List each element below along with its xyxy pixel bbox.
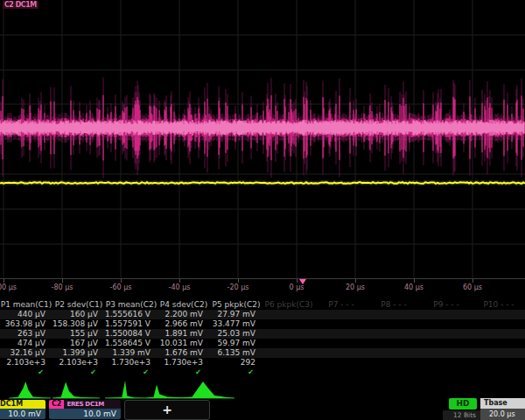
stat-cell-p10: [472, 319, 525, 329]
stat-cell-p9: [420, 339, 472, 348]
stat-cell-p7: [315, 339, 368, 348]
stat-cell-p4: 1.730e+3: [158, 358, 210, 368]
status-empty: [262, 368, 315, 377]
measurement-histicons: [0, 377, 525, 401]
table-row: 474 µV167 µV1.558645 V10.031 mV59.97 mV: [0, 339, 525, 348]
timebase-axis: -100 µs-80 µs-60 µs-40 µs-20 µs0 µs20 µs…: [0, 278, 525, 300]
c1-vdiv-value: 10.0 mV: [0, 409, 46, 419]
stat-cell-p3: 1.730e+3: [105, 358, 158, 368]
stat-cell-p4: 10.031 mV: [158, 339, 210, 348]
status-empty: [368, 368, 420, 377]
stat-cell-p7: [315, 319, 368, 329]
stat-cell-p6: [262, 319, 315, 329]
stat-cell-p9: [420, 358, 472, 368]
stat-cell-p10: [472, 339, 525, 348]
channel-descriptor-c1[interactable]: C1 DC1M 10.0 mV: [0, 400, 46, 419]
timebase-descriptor[interactable]: Tbase 20.0 µs: [480, 398, 525, 420]
param-header-p10[interactable]: P10 - - -: [472, 300, 525, 310]
axis-tick: [414, 279, 415, 283]
status-check-icon: ✔: [105, 368, 158, 377]
stat-cell-p2: 1.399 µV: [52, 348, 105, 358]
status-check-icon: ✔: [52, 368, 105, 377]
stat-cell-p2: 2.103e+3: [52, 358, 105, 368]
stat-cell-p7: [315, 358, 368, 368]
hd-mode-badge[interactable]: HD: [449, 398, 477, 410]
stat-cell-p9: [420, 319, 472, 329]
stat-cell-p4: 1.676 mV: [158, 348, 210, 358]
stat-cell-p7: [315, 329, 368, 339]
stat-cell-p8: [368, 310, 420, 319]
stat-cell-p2: 155 µV: [52, 329, 105, 339]
param-header-p9[interactable]: P9 - - -: [420, 300, 472, 310]
stat-cell-p2: 167 µV: [52, 339, 105, 348]
stat-cell-p9: [420, 329, 472, 339]
stat-cell-p7: [315, 310, 368, 319]
axis-tick-label: 40 µs: [391, 284, 437, 291]
c2-coupling-label: ERES DC1M: [64, 400, 104, 409]
stat-cell-p1: 263 µV: [0, 329, 52, 339]
axis-tick: [62, 279, 63, 283]
stat-cell-p10: [472, 348, 525, 358]
stat-cell-p4: 2.200 mV: [158, 310, 210, 319]
stat-cell-p9: [420, 348, 472, 358]
c2-vdiv-value: 10.0 mV: [49, 409, 121, 419]
param-header-p2[interactable]: P2 sdev(C1): [52, 300, 105, 310]
add-trace-button[interactable]: +: [124, 400, 210, 420]
stat-cell-p10: [472, 329, 525, 339]
status-empty: [472, 368, 525, 377]
stat-cell-p5: 292: [210, 358, 262, 368]
param-header-p5[interactable]: P5 pkpk(C2): [210, 300, 262, 310]
c1-coupling-label: C1 DC1M: [0, 400, 46, 409]
table-row: 2.103e+32.103e+31.730e+31.730e+3292: [0, 358, 525, 368]
param-header-p6[interactable]: P6 pkpk(C3): [262, 300, 315, 310]
stat-cell-p3: 1.339 mV: [105, 348, 158, 358]
stat-cell-p4: 2.966 mV: [158, 319, 210, 329]
waveform-grid: [0, 0, 525, 278]
measurement-table: P1 mean(C1)P2 sdev(C1)P3 mean(C2)P4 sdev…: [0, 300, 525, 377]
axis-tick-label: 0 µs: [274, 284, 319, 291]
axis-tick-label: 60 µs: [450, 284, 495, 291]
axis-tick: [472, 279, 473, 283]
stat-cell-p1: 440 µV: [0, 310, 52, 319]
axis-tick: [238, 279, 239, 283]
stat-cell-p8: [368, 348, 420, 358]
param-header-p7[interactable]: P7 - - -: [315, 300, 368, 310]
stat-cell-p4: 1.891 mV: [158, 329, 210, 339]
stat-cell-p6: [262, 339, 315, 348]
stat-cell-p6: [262, 310, 315, 319]
param-header-p4[interactable]: P4 sdev(C2): [158, 300, 210, 310]
stat-cell-p8: [368, 319, 420, 329]
channel-descriptor-c2[interactable]: C2 ERES DC1M 10.0 mV: [49, 400, 121, 419]
status-check-icon: ✔: [210, 368, 262, 377]
tbase-title: Tbase: [480, 398, 525, 409]
axis-tick: [355, 279, 356, 283]
stat-cell-p1: 32.16 µV: [0, 348, 52, 358]
param-header-p8[interactable]: P8 - - -: [368, 300, 420, 310]
stat-cell-p10: [472, 310, 525, 319]
table-row: 363.98 µV158.308 µV1.557591 V2.966 mV33.…: [0, 319, 525, 329]
stat-cell-p1: 363.98 µV: [0, 319, 52, 329]
stat-cell-p8: [368, 329, 420, 339]
stat-cell-p8: [368, 358, 420, 368]
param-header-p1[interactable]: P1 mean(C1): [0, 300, 52, 310]
histicon-p1: [9, 377, 51, 401]
oscilloscope-screen: C2 DC1M -100 µs-80 µs-60 µs-40 µs-20 µs0…: [0, 0, 525, 420]
trigger-position-marker[interactable]: [299, 279, 306, 284]
histicon-p2: [52, 377, 100, 401]
trace-label-c2: C2 DC1M: [3, 1, 38, 9]
axis-tick: [121, 279, 122, 283]
tbase-value: 20.0 µs: [480, 409, 525, 420]
c2-channel-badge: C2: [49, 400, 64, 409]
param-header-p3[interactable]: P3 mean(C2): [105, 300, 158, 310]
stat-cell-p2: 158.308 µV: [52, 319, 105, 329]
status-empty: [420, 368, 472, 377]
status-check-icon: ✔: [158, 368, 210, 377]
axis-tick-label: -40 µs: [157, 284, 202, 291]
stat-cell-p3: 1.558645 V: [105, 339, 158, 348]
histicon-p3: [105, 377, 145, 401]
axis-tick: [297, 279, 298, 283]
histicon-p5: [180, 377, 234, 401]
table-row: 440 µV160 µV1.555616 V2.200 mV27.97 mV: [0, 310, 525, 319]
table-row: P1 mean(C1)P2 sdev(C1)P3 mean(C2)P4 sdev…: [0, 300, 525, 310]
axis-tick: [4, 279, 4, 283]
